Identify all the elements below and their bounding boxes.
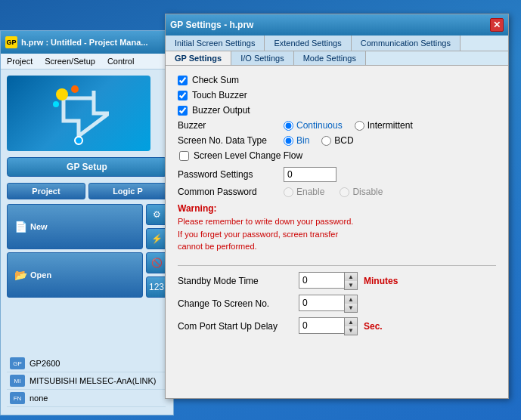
bottom-icon-1: MI bbox=[10, 375, 25, 387]
disable-radio[interactable] bbox=[340, 187, 349, 197]
desktop: GP h.prw : Untitled - Project Mana... Pr… bbox=[0, 0, 521, 420]
password-settings-label: Password Settings bbox=[178, 169, 284, 180]
screen-level-checkbox[interactable] bbox=[179, 151, 189, 161]
change-screen-down-button[interactable]: ▼ bbox=[345, 304, 357, 312]
password-settings-input[interactable] bbox=[284, 167, 336, 182]
side-icon-1[interactable]: ⚙ bbox=[146, 204, 167, 225]
screen-level-label: Screen Level Change Flow bbox=[194, 150, 302, 161]
new-button[interactable]: 📄 New bbox=[7, 204, 143, 249]
buzzer-continuous-option: Continuous bbox=[284, 120, 343, 131]
com-port-label: Com Port Start Up Delay bbox=[178, 321, 299, 332]
buzzer-row: Buzzer Continuous Intermittent bbox=[178, 120, 496, 131]
common-password-radio-group: Enable Disable bbox=[284, 187, 383, 197]
enable-label: Enable bbox=[296, 187, 324, 197]
standby-mode-input[interactable] bbox=[299, 272, 344, 289]
change-screen-label: Change To Screen No. bbox=[178, 298, 299, 309]
svg-point-3 bbox=[53, 101, 59, 107]
buzzer-continuous-radio[interactable] bbox=[284, 121, 293, 131]
new-icon: 📄 bbox=[14, 220, 27, 233]
change-screen-spinbox-buttons: ▲ ▼ bbox=[344, 295, 358, 313]
bottom-items: GP GP2600 MI MITSUBISHI MELSEC-AnA(LINK)… bbox=[7, 355, 166, 407]
standby-mode-label: Standby Mode Time bbox=[178, 276, 299, 286]
change-screen-up-button[interactable]: ▲ bbox=[345, 295, 357, 304]
com-port-row: Com Port Start Up Delay ▲ ▼ Sec. bbox=[178, 317, 496, 335]
bottom-label-0: GP2600 bbox=[29, 359, 60, 368]
gp-setup-button[interactable]: GP Setup bbox=[7, 157, 167, 177]
password-settings-row: Password Settings bbox=[178, 167, 496, 182]
com-port-down-button[interactable]: ▼ bbox=[345, 326, 357, 335]
svg-point-1 bbox=[56, 88, 68, 100]
bottom-icon-2: FN bbox=[10, 392, 25, 404]
check-sum-label: Check Sum bbox=[192, 75, 239, 85]
menu-control[interactable]: Control bbox=[104, 55, 137, 67]
com-port-unit: Sec. bbox=[364, 321, 383, 332]
buzzer-output-label: Buzzer Output bbox=[192, 105, 250, 116]
warning-title: Warning: bbox=[178, 203, 496, 214]
buzzer-output-checkbox[interactable] bbox=[178, 106, 188, 116]
logo-area bbox=[7, 76, 150, 151]
tab-gp-settings[interactable]: GP Settings bbox=[166, 51, 231, 65]
tab-mode-settings[interactable]: Mode Settings bbox=[294, 51, 366, 65]
warning-line-1: If you forget your password, screen tran… bbox=[178, 228, 496, 241]
tabs-row-1: Initial Screen Settings Extended Setting… bbox=[166, 36, 508, 51]
bottom-icon-0: GP bbox=[10, 357, 25, 369]
tab-io-settings[interactable]: I/O Settings bbox=[231, 51, 293, 65]
buzzer-continuous-label: Continuous bbox=[296, 120, 343, 131]
standby-mode-up-button[interactable]: ▲ bbox=[345, 273, 357, 281]
change-screen-row: Change To Screen No. ▲ ▼ bbox=[178, 295, 496, 313]
bg-content: GP Setup Project Logic P 📄 New 📂 Open bbox=[1, 69, 173, 304]
dialog-title: GP Settings - h.prw bbox=[170, 20, 253, 30]
menu-screen-setup[interactable]: Screen/Setup bbox=[42, 55, 98, 67]
buzzer-label: Buzzer bbox=[178, 120, 276, 131]
divider bbox=[178, 265, 496, 266]
warning-line-2: cannot be performed. bbox=[178, 240, 496, 253]
bottom-item-0: GP GP2600 bbox=[7, 355, 166, 372]
dialog-content: Check Sum Touch Buzzer Buzzer Output Buz… bbox=[166, 66, 508, 349]
bin-label: Bin bbox=[296, 135, 309, 146]
buzzer-intermittent-radio[interactable] bbox=[355, 121, 364, 131]
checkbox-touch-buzzer: Touch Buzzer bbox=[178, 90, 496, 100]
checkbox-check-sum: Check Sum bbox=[178, 75, 496, 85]
close-button[interactable]: ✕ bbox=[490, 18, 504, 32]
change-screen-input[interactable] bbox=[299, 295, 344, 311]
bcd-option: BCD bbox=[321, 135, 353, 146]
project-tab-row: Project Logic P bbox=[7, 183, 167, 199]
bin-radio[interactable] bbox=[284, 136, 293, 146]
com-port-spinbox-buttons: ▲ ▼ bbox=[344, 317, 358, 335]
menu-project[interactable]: Project bbox=[4, 55, 36, 67]
tab-communication-settings[interactable]: Communication Settings bbox=[352, 36, 461, 51]
tab-initial-screen[interactable]: Initial Screen Settings bbox=[166, 36, 265, 51]
tab-project[interactable]: Project bbox=[7, 183, 85, 199]
common-password-row: Common Password Enable Disable bbox=[178, 187, 496, 197]
standby-mode-row: Standby Mode Time ▲ ▼ Minutes bbox=[178, 272, 496, 290]
standby-mode-unit: Minutes bbox=[364, 276, 398, 286]
screen-level-row: Screen Level Change Flow bbox=[178, 150, 496, 161]
bcd-label: BCD bbox=[334, 135, 353, 146]
bg-app-window: GP h.prw : Untitled - Project Mana... Pr… bbox=[0, 30, 174, 415]
tab-logic[interactable]: Logic P bbox=[88, 183, 167, 199]
tab-extended-settings[interactable]: Extended Settings bbox=[265, 36, 351, 51]
check-sum-checkbox[interactable] bbox=[178, 76, 188, 85]
com-port-up-button[interactable]: ▲ bbox=[345, 318, 357, 326]
side-icon-3[interactable]: 🚫 bbox=[146, 252, 167, 273]
bcd-radio[interactable] bbox=[321, 136, 331, 146]
touch-buzzer-checkbox[interactable] bbox=[178, 91, 188, 100]
bottom-label-2: none bbox=[29, 394, 48, 403]
com-port-input[interactable] bbox=[299, 317, 344, 334]
open-icon: 📂 bbox=[14, 268, 27, 282]
standby-mode-down-button[interactable]: ▼ bbox=[345, 281, 357, 289]
dialog-window: GP Settings - h.prw ✕ Initial Screen Set… bbox=[165, 14, 509, 399]
checkbox-buzzer-output: Buzzer Output bbox=[178, 105, 496, 116]
buzzer-intermittent-label: Intermittent bbox=[367, 120, 413, 131]
svg-point-2 bbox=[71, 85, 79, 93]
disable-label: Disable bbox=[352, 187, 383, 197]
side-icon-4[interactable]: 123 bbox=[146, 276, 167, 298]
open-button[interactable]: 📂 Open bbox=[7, 252, 143, 298]
screen-data-type-radio-group: Bin BCD bbox=[284, 135, 354, 146]
bottom-item-2: FN none bbox=[7, 390, 166, 407]
enable-radio[interactable] bbox=[284, 187, 293, 197]
app-icon: GP bbox=[5, 36, 17, 48]
buzzer-radio-group: Continuous Intermittent bbox=[284, 120, 413, 131]
side-icons: ⚙ ⚡ 🚫 123 bbox=[146, 204, 167, 298]
side-icon-2[interactable]: ⚡ bbox=[146, 228, 167, 249]
